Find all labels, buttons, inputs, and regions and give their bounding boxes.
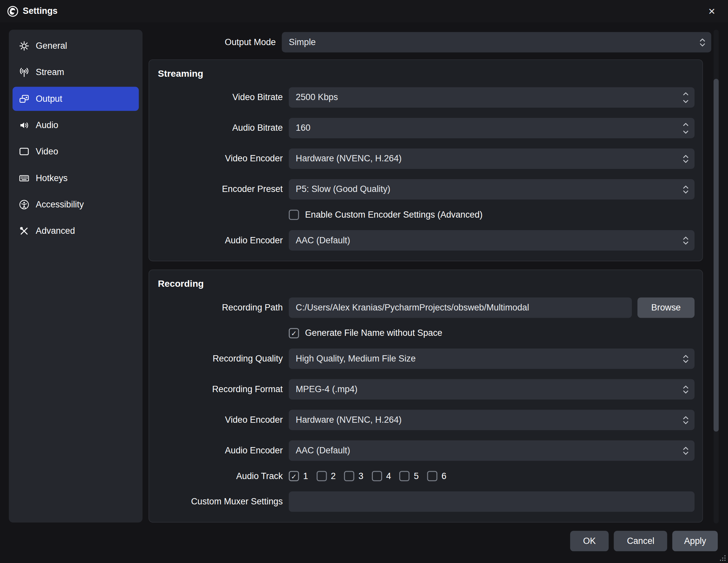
cancel-button[interactable]: Cancel: [614, 531, 667, 551]
custom-muxer-input[interactable]: [289, 492, 695, 512]
audio-track-number: 1: [303, 471, 308, 481]
display-icon: [18, 146, 30, 157]
stream-audio-encoder-select[interactable]: AAC (Default): [289, 230, 695, 251]
stream-video-encoder-label: Video Encoder: [157, 154, 283, 164]
audio-track-5[interactable]: 5: [400, 471, 419, 481]
chevron-updown-icon: [683, 185, 688, 194]
sidebar-item-stream[interactable]: Stream: [13, 60, 139, 84]
checkbox-checked-icon: ✓: [289, 471, 299, 481]
scrollbar-thumb[interactable]: [714, 79, 719, 432]
audio-track-6[interactable]: 6: [427, 471, 446, 481]
video-bitrate-label: Video Bitrate: [157, 92, 283, 102]
apply-button[interactable]: Apply: [672, 531, 717, 551]
keyboard-icon: [18, 173, 30, 184]
dialog-footer: OK Cancel Apply: [0, 531, 728, 551]
rec-video-encoder-value: Hardware (NVENC, H.264): [296, 415, 683, 425]
streaming-group-title: Streaming: [158, 68, 694, 79]
sidebar-item-label: Video: [36, 147, 58, 157]
stream-audio-encoder-label: Audio Encoder: [157, 236, 283, 246]
browse-button[interactable]: Browse: [637, 297, 694, 318]
encoder-preset-value: P5: Slow (Good Quality): [296, 184, 683, 195]
sidebar-item-label: General: [36, 41, 67, 51]
recording-path-value: C:/Users/Alex Kranias/PycharmProjects/ob…: [296, 302, 626, 313]
recording-format-select[interactable]: MPEG-4 (.mp4): [289, 379, 695, 399]
recording-path-row: Recording Path C:/Users/Alex Kranias/Pyc…: [157, 297, 694, 318]
sidebar-item-video[interactable]: Video: [13, 140, 139, 164]
sidebar-item-label: Output: [36, 94, 62, 104]
rec-audio-encoder-label: Audio Encoder: [157, 445, 283, 456]
rec-audio-encoder-select[interactable]: AAC (Default): [289, 440, 695, 461]
recording-format-value: MPEG-4 (.mp4): [296, 384, 683, 394]
audio-track-number: 5: [414, 471, 419, 481]
rec-video-encoder-select[interactable]: Hardware (NVENC, H.264): [289, 410, 695, 430]
checkbox-unchecked-icon: [372, 471, 382, 481]
audio-bitrate-row: Audio Bitrate 160: [157, 118, 694, 138]
sidebar-item-audio[interactable]: Audio: [13, 113, 139, 137]
video-bitrate-value: 2500 Kbps: [296, 92, 683, 102]
rec-audio-encoder-row: Audio Encoder AAC (Default): [157, 440, 694, 461]
stream-video-encoder-value: Hardware (NVENC, H.264): [296, 154, 683, 164]
recording-format-label: Recording Format: [157, 384, 283, 394]
sidebar-item-accessibility[interactable]: Accessibility: [13, 193, 139, 217]
stream-video-encoder-select[interactable]: Hardware (NVENC, H.264): [289, 149, 695, 169]
chevron-up-icon[interactable]: [683, 122, 688, 126]
chevron-updown-icon: [683, 385, 688, 394]
output-mode-row: Output Mode Simple: [149, 32, 711, 52]
recording-quality-select[interactable]: High Quality, Medium File Size: [289, 348, 695, 369]
chevron-updown-icon: [683, 354, 688, 363]
generate-filename-checkbox[interactable]: ✓ Generate File Name without Space: [289, 328, 695, 338]
custom-muxer-row: Custom Muxer Settings: [157, 492, 694, 512]
audio-track-1[interactable]: ✓ 1: [289, 471, 308, 481]
stream-audio-encoder-row: Audio Encoder AAC (Default): [157, 230, 694, 251]
custom-muxer-label: Custom Muxer Settings: [157, 496, 283, 507]
audio-track-number: 3: [358, 471, 363, 481]
output-settings-panel: Output Mode Simple Streaming Video Bitra…: [149, 30, 711, 522]
video-bitrate-input[interactable]: 2500 Kbps: [289, 87, 695, 108]
encoder-preset-row: Encoder Preset P5: Slow (Good Quality): [157, 179, 694, 200]
output-mode-label: Output Mode: [149, 37, 276, 47]
enable-custom-encoder-checkbox[interactable]: Enable Custom Encoder Settings (Advanced…: [289, 210, 695, 220]
vertical-scrollbar[interactable]: [714, 30, 719, 523]
audio-track-2[interactable]: 2: [317, 471, 336, 481]
rec-video-encoder-label: Video Encoder: [157, 415, 283, 425]
resize-grip-icon[interactable]: [719, 554, 726, 561]
audio-track-number: 2: [331, 471, 336, 481]
rec-video-encoder-row: Video Encoder Hardware (NVENC, H.264): [157, 410, 694, 430]
audio-track-3[interactable]: 3: [344, 471, 364, 481]
ok-button[interactable]: OK: [570, 531, 609, 551]
video-bitrate-row: Video Bitrate 2500 Kbps: [157, 87, 694, 108]
close-icon[interactable]: ✕: [704, 3, 720, 19]
encoder-preset-label: Encoder Preset: [157, 184, 283, 195]
sidebar-item-label: Hotkeys: [36, 173, 68, 183]
tools-icon: [18, 226, 30, 237]
broadcast-icon: [18, 67, 30, 78]
sidebar-item-general[interactable]: General: [13, 34, 139, 58]
encoder-preset-select[interactable]: P5: Slow (Good Quality): [289, 179, 695, 200]
recording-path-input[interactable]: C:/Users/Alex Kranias/PycharmProjects/ob…: [289, 297, 632, 318]
output-mode-select[interactable]: Simple: [282, 32, 712, 52]
recording-format-row: Recording Format MPEG-4 (.mp4): [157, 379, 694, 399]
checkbox-unchecked-icon: [344, 471, 354, 481]
enable-custom-encoder-label: Enable Custom Encoder Settings (Advanced…: [305, 210, 483, 220]
output-icon: [18, 93, 30, 104]
chevron-up-icon[interactable]: [683, 92, 688, 95]
audio-track-4[interactable]: 4: [372, 471, 391, 481]
chevron-updown-icon: [683, 236, 688, 245]
audio-bitrate-input[interactable]: 160: [289, 118, 695, 138]
stream-audio-encoder-value: AAC (Default): [296, 236, 683, 246]
sidebar-item-label: Advanced: [36, 226, 75, 236]
sidebar-item-advanced[interactable]: Advanced: [13, 219, 139, 243]
chevron-down-icon[interactable]: [683, 130, 688, 134]
spin-arrows: [683, 122, 688, 134]
sidebar-item-hotkeys[interactable]: Hotkeys: [13, 166, 139, 190]
recording-group: Recording Recording Path C:/Users/Alex K…: [149, 270, 703, 522]
audio-bitrate-label: Audio Bitrate: [157, 123, 283, 133]
checkbox-unchecked-icon: [400, 471, 410, 481]
recording-quality-label: Recording Quality: [157, 353, 283, 364]
chevron-down-icon[interactable]: [683, 99, 688, 103]
sidebar-item-output[interactable]: Output: [13, 87, 139, 111]
chevron-updown-icon: [683, 415, 688, 424]
gear-icon: [18, 41, 30, 52]
sidebar-item-label: Stream: [36, 67, 64, 77]
titlebar: Settings ✕: [0, 0, 728, 22]
